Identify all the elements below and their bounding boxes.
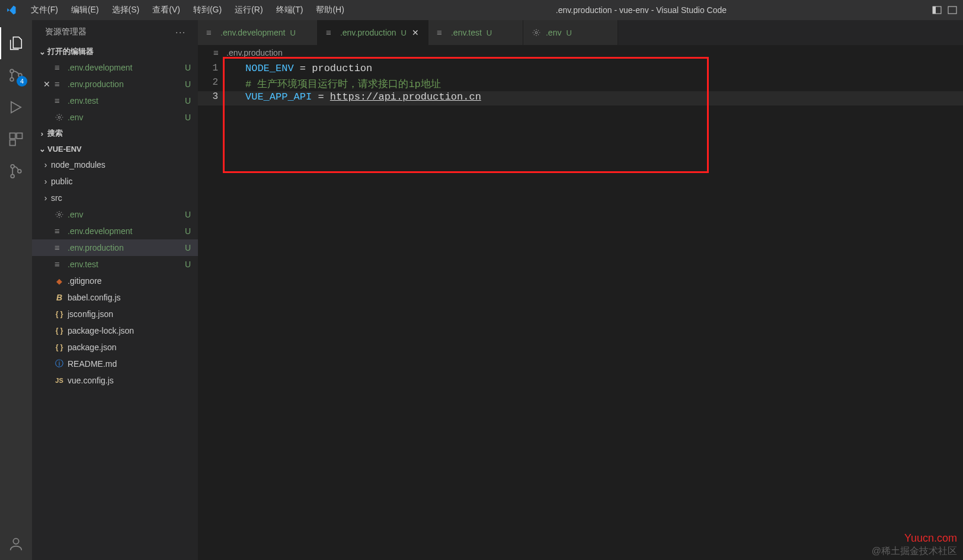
- file-icon: ◆: [53, 277, 65, 286]
- open-editor-item[interactable]: ✕.envU: [32, 109, 198, 126]
- file-name: .env.development: [68, 226, 180, 236]
- layout-primary-icon[interactable]: [932, 5, 942, 15]
- file-icon: [53, 226, 65, 236]
- file-item[interactable]: .env.productionU: [32, 239, 198, 256]
- chevron-right-icon: ›: [40, 160, 51, 169]
- file-item[interactable]: ⓘREADME.md: [32, 356, 198, 372]
- menu-go[interactable]: 转到(G): [187, 0, 228, 20]
- folder-item[interactable]: ›public: [32, 173, 198, 190]
- svg-point-12: [13, 539, 18, 544]
- project-section-title[interactable]: ⌄ VUE-ENV: [32, 141, 198, 156]
- activity-scm-icon[interactable]: 4: [0, 59, 32, 91]
- open-editor-item[interactable]: ✕.env.testU: [32, 92, 198, 109]
- file-icon: [53, 260, 65, 269]
- code-line[interactable]: 3VUE_APP_API = https://api.production.cn: [198, 91, 963, 105]
- close-icon[interactable]: ✕: [411, 28, 420, 37]
- code-line[interactable]: 1NODE_ENV = production: [198, 63, 963, 77]
- tab-label: .env.production: [340, 28, 396, 37]
- file-name: .env.development: [68, 63, 180, 72]
- open-editors-title[interactable]: ⌄ 打开的编辑器: [32, 44, 198, 59]
- file-icon: ⓘ: [53, 359, 65, 369]
- file-item[interactable]: JSvue.config.js: [32, 372, 198, 389]
- menu-terminal[interactable]: 终端(T): [270, 0, 309, 20]
- explorer-more-icon[interactable]: ···: [175, 27, 186, 37]
- tab-git-status: U: [566, 28, 571, 37]
- file-name: .env.test: [68, 96, 180, 105]
- open-editors-label: 打开的编辑器: [47, 46, 94, 57]
- file-item[interactable]: Bbabel.config.js: [32, 289, 198, 306]
- svg-point-3: [10, 69, 14, 73]
- menu-view[interactable]: 查看(V): [146, 0, 186, 20]
- file-name: babel.config.js: [68, 293, 191, 302]
- open-editor-item[interactable]: ✕.env.productionU: [32, 76, 198, 92]
- file-icon: { }: [53, 327, 65, 335]
- chevron-down-icon: ⌄: [37, 145, 47, 153]
- scm-badge: 4: [17, 76, 27, 87]
- file-item[interactable]: { }jsconfig.json: [32, 306, 198, 322]
- editor-tab[interactable]: .envU: [523, 20, 618, 45]
- activity-git-graph-icon[interactable]: [0, 155, 32, 187]
- git-status: U: [180, 113, 191, 122]
- code-line[interactable]: 2# 生产环境项目运行时，请求接口的ip地址: [198, 77, 963, 91]
- explorer-sidebar: 资源管理器 ··· ⌄ 打开的编辑器 ✕.env.developmentU✕.e…: [32, 20, 198, 560]
- line-number: 3: [198, 91, 233, 102]
- file-name: .env.test: [68, 260, 180, 269]
- folder-name: src: [51, 193, 191, 203]
- breadcrumb-filename: .env.production: [226, 48, 283, 57]
- folder-item[interactable]: ›src: [32, 190, 198, 206]
- file-icon: [53, 243, 65, 252]
- tab-label: .env: [546, 28, 561, 37]
- editor-tab[interactable]: .env.developmentU: [198, 20, 318, 45]
- tab-git-status: U: [401, 28, 407, 37]
- git-status: U: [180, 260, 191, 269]
- tab-label: .env.test: [451, 28, 482, 37]
- line-number: 2: [198, 77, 233, 88]
- menu-bar: 文件(F) 编辑(E) 选择(S) 查看(V) 转到(G) 运行(R) 终端(T…: [25, 0, 350, 20]
- code-editor[interactable]: 1NODE_ENV = production2# 生产环境项目运行时，请求接口的…: [198, 60, 963, 560]
- file-icon: [53, 63, 65, 72]
- file-item[interactable]: .env.testU: [32, 256, 198, 273]
- vscode-logo-icon: [6, 5, 17, 15]
- menu-help[interactable]: 帮助(H): [310, 0, 350, 20]
- editor-tab[interactable]: .env.productionU✕: [318, 20, 428, 45]
- search-section-title[interactable]: › 搜索: [32, 126, 198, 141]
- chevron-right-icon: ›: [40, 193, 51, 203]
- file-item[interactable]: { }package.json: [32, 339, 198, 356]
- folder-item[interactable]: ›node_modules: [32, 156, 198, 173]
- file-item[interactable]: .envU: [32, 206, 198, 223]
- editor-tabs: .env.developmentU.env.productionU✕.env.t…: [198, 20, 963, 45]
- menu-file[interactable]: 文件(F): [25, 0, 64, 20]
- activity-debug-icon[interactable]: [0, 91, 32, 123]
- tab-git-status: U: [487, 28, 492, 37]
- open-editors-list: ✕.env.developmentU✕.env.productionU✕.env…: [32, 59, 198, 126]
- menu-edit[interactable]: 编辑(E): [65, 0, 105, 20]
- svg-point-10: [11, 174, 14, 178]
- title-bar: 文件(F) 编辑(E) 选择(S) 查看(V) 转到(G) 运行(R) 终端(T…: [0, 0, 963, 20]
- file-name: .env: [68, 113, 180, 122]
- git-status: U: [180, 79, 191, 89]
- editor-tab[interactable]: .env.testU: [428, 20, 523, 45]
- open-editor-item[interactable]: ✕.env.developmentU: [32, 59, 198, 76]
- file-name: .env.production: [68, 79, 180, 89]
- menu-run[interactable]: 运行(R): [229, 0, 268, 20]
- window-title: .env.production - vue-env - Visual Studi…: [350, 5, 932, 15]
- svg-point-4: [10, 78, 14, 81]
- folder-name: node_modules: [51, 160, 191, 169]
- file-icon: [532, 28, 541, 37]
- tab-git-status: U: [290, 28, 295, 37]
- file-name: jsconfig.json: [68, 309, 191, 319]
- chevron-right-icon: ›: [40, 177, 51, 186]
- activity-explorer-icon[interactable]: [0, 27, 32, 59]
- file-item[interactable]: ◆.gitignore: [32, 273, 198, 289]
- file-item[interactable]: .env.developmentU: [32, 223, 198, 239]
- menu-selection[interactable]: 选择(S): [106, 0, 146, 20]
- close-icon[interactable]: ✕: [40, 79, 53, 89]
- activity-account-icon[interactable]: [0, 528, 32, 560]
- git-status: U: [180, 210, 191, 219]
- layout-secondary-icon[interactable]: [948, 5, 957, 15]
- file-item[interactable]: { }package-lock.json: [32, 322, 198, 339]
- git-status: U: [180, 226, 191, 236]
- activity-extensions-icon[interactable]: [0, 123, 32, 155]
- chevron-down-icon: ⌄: [37, 47, 47, 56]
- breadcrumbs[interactable]: .env.production: [198, 45, 963, 60]
